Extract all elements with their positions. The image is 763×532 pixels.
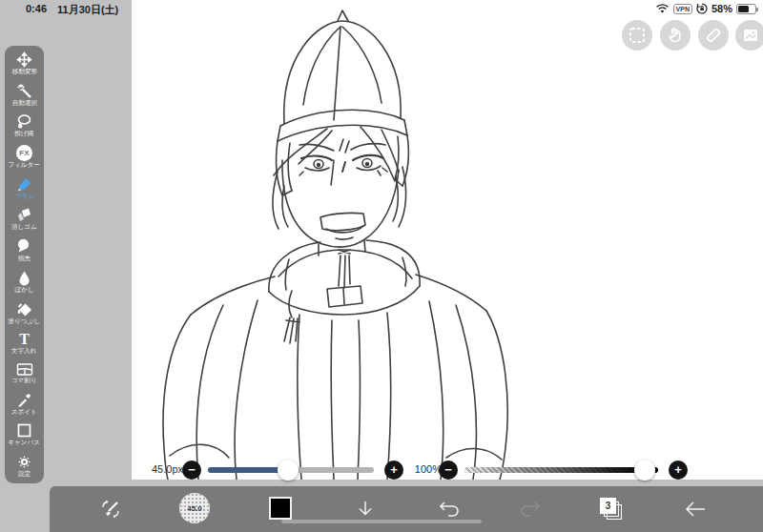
tool-eyedropper[interactable]: スポイト	[10, 392, 39, 416]
opacity-minus-button[interactable]: −	[439, 460, 458, 480]
tool-label: 消しゴム	[11, 224, 37, 231]
toolbar-hide-button[interactable]	[353, 486, 378, 532]
battery-percent: 58%	[711, 3, 732, 14]
statusbar-left: 0:46 11月30日(土)	[26, 3, 118, 17]
statusbar-right: VPN 58%	[655, 3, 756, 14]
orientation-lock-icon	[696, 3, 708, 14]
clock: 0:46	[26, 3, 47, 17]
tool-text[interactable]: T 文字入れ	[10, 332, 38, 355]
tool-label: キャンバス	[9, 440, 41, 446]
battery-icon	[736, 4, 756, 14]
back-button[interactable]	[683, 486, 708, 532]
brush-preview-button[interactable]: 45.0	[179, 493, 210, 523]
tool-brush[interactable]: ブラシ	[13, 176, 35, 200]
tool-label: スポイト	[11, 408, 37, 415]
brush-size-value: 45.0px	[134, 463, 183, 475]
opacity-value: 100%	[401, 463, 442, 475]
wifi-icon	[655, 4, 670, 14]
battery-fill	[738, 6, 749, 12]
selection-tool-button[interactable]	[622, 20, 652, 51]
tool-settings[interactable]: 設定	[16, 454, 32, 478]
swap-brush-eraser-button[interactable]	[98, 486, 123, 532]
fx-icon: FX	[16, 145, 32, 161]
bottom-toolbar: 3	[50, 486, 763, 532]
opacity-thumb[interactable]	[634, 460, 655, 481]
tool-eraser[interactable]: 消しゴム	[10, 207, 39, 231]
home-indicator[interactable]	[281, 520, 482, 523]
brush-size-thumb[interactable]	[278, 460, 299, 481]
image-material-button[interactable]	[735, 20, 763, 51]
tool-label: ぼかし	[14, 286, 33, 293]
tool-auto-select[interactable]: 自動選択	[10, 83, 39, 107]
layers-icon: 3	[599, 497, 624, 522]
brush-size-slider[interactable]	[208, 467, 374, 473]
brush-size-fill	[208, 467, 288, 473]
app-screen: 0:46 11月30日(土) VPN 58%	[0, 0, 763, 532]
redo-button[interactable]	[518, 486, 543, 532]
tool-canvas[interactable]: キャンバス	[6, 422, 42, 446]
tool-label: ブラシ	[14, 193, 33, 199]
tool-panel-divide[interactable]: コマ割り	[10, 362, 39, 384]
hand-tool-button[interactable]	[660, 20, 691, 51]
tool-sidebar: 移動変形 自動選択 投げ縄 FX フィルター ブラシ	[5, 46, 44, 483]
vpn-badge: VPN	[673, 4, 692, 14]
text-tool-icon: T	[19, 332, 30, 347]
tool-filter[interactable]: FX フィルター	[6, 145, 42, 169]
color-swatch-button[interactable]	[269, 497, 292, 520]
tool-label: フィルター	[9, 162, 41, 169]
tool-label: コマ割り	[11, 377, 37, 383]
tool-label: 移動変形	[11, 68, 36, 74]
tool-fingertip[interactable]: 指先	[16, 238, 32, 262]
tool-move-transform[interactable]: 移動変形	[10, 51, 39, 75]
brush-size-minus-button[interactable]: −	[182, 460, 201, 480]
tool-fill-bucket[interactable]: 塗りつぶし	[6, 301, 42, 325]
brush-preview-size: 45.0	[187, 504, 202, 513]
ruler-tool-button[interactable]	[698, 20, 729, 51]
tool-blur[interactable]: ぼかし	[13, 270, 35, 294]
drawing-canvas[interactable]	[132, 0, 763, 480]
character-line-art	[132, 0, 763, 480]
tool-label: 自動選択	[11, 99, 36, 106]
layers-button[interactable]: 3	[598, 486, 625, 532]
undo-button[interactable]	[437, 486, 462, 532]
tool-label: 設定	[18, 470, 31, 477]
tool-label: 投げ縄	[15, 131, 34, 137]
opacity-slider[interactable]	[464, 467, 658, 473]
tool-lasso[interactable]: 投げ縄	[13, 113, 35, 137]
opacity-plus-button[interactable]: +	[669, 460, 688, 480]
tool-label: 塗りつぶし	[9, 317, 41, 324]
layer-count: 3	[600, 498, 616, 514]
date: 11月30日(土)	[57, 3, 118, 17]
tool-label: 文字入れ	[11, 348, 37, 355]
tool-label: 指先	[18, 256, 31, 262]
